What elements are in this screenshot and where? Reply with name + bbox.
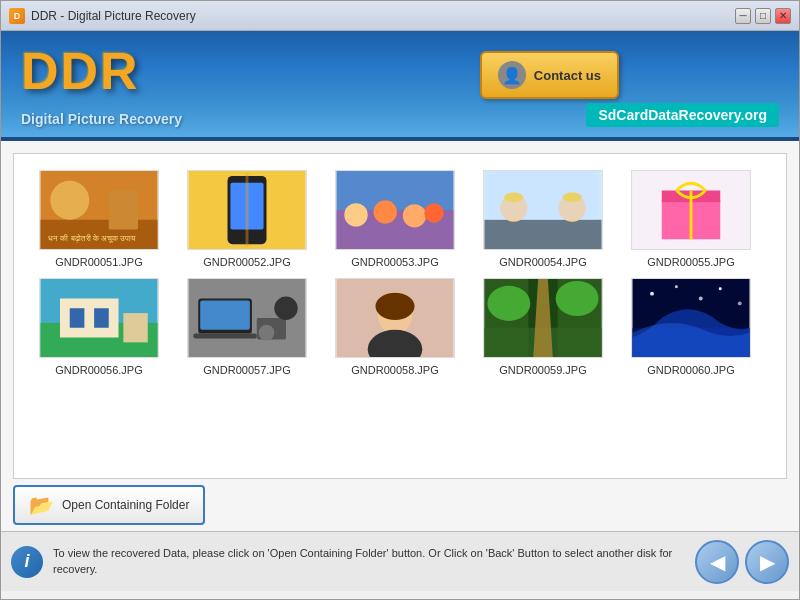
gallery-container[interactable]: धन की बढ़ोतरी के अचूक उपाय GNDR00051.JPG… [13, 153, 787, 479]
main-content: धन की बढ़ोतरी के अचूक उपाय GNDR00051.JPG… [1, 141, 799, 531]
gallery-item[interactable]: GNDR00054.JPG [474, 170, 612, 268]
svg-point-37 [274, 297, 297, 320]
thumbnail [335, 170, 455, 250]
thumbnail [335, 278, 455, 358]
svg-point-11 [344, 203, 367, 226]
status-bar: i To view the recovered Data, please cli… [1, 531, 799, 591]
bottom-buttons: 📂 Open Containing Folder [1, 479, 799, 531]
file-name: GNDR00054.JPG [499, 256, 586, 268]
svg-rect-30 [94, 308, 109, 328]
forward-icon: ▶ [760, 550, 775, 574]
svg-rect-31 [123, 313, 147, 342]
contact-button[interactable]: 👤 Contact us [480, 51, 619, 99]
svg-point-53 [699, 297, 703, 301]
maximize-button[interactable]: □ [755, 8, 771, 24]
file-name: GNDR00052.JPG [203, 256, 290, 268]
thumbnail: धन की बढ़ोतरी के अचूक उपाय [39, 170, 159, 250]
gallery-item[interactable]: GNDR00056.JPG [30, 278, 168, 376]
contact-icon: 👤 [498, 61, 526, 89]
back-icon: ◀ [710, 550, 725, 574]
svg-point-55 [738, 301, 742, 305]
gallery-item[interactable]: GNDR00060.JPG [622, 278, 760, 376]
gallery-item[interactable]: GNDR00055.JPG [622, 170, 760, 268]
gallery-item[interactable]: GNDR00058.JPG [326, 278, 464, 376]
open-folder-label: Open Containing Folder [62, 498, 189, 512]
forward-button[interactable]: ▶ [745, 540, 789, 584]
svg-point-42 [376, 293, 415, 320]
open-folder-button[interactable]: 📂 Open Containing Folder [13, 485, 205, 525]
svg-point-52 [675, 285, 678, 288]
back-button[interactable]: ◀ [695, 540, 739, 584]
file-name: GNDR00055.JPG [647, 256, 734, 268]
title-bar-left: D DDR - Digital Picture Recovery [9, 8, 196, 24]
title-bar-controls[interactable]: ─ □ ✕ [735, 8, 791, 24]
status-message: To view the recovered Data, please click… [53, 546, 685, 577]
header: DDR Digital Picture Recovery 👤 Contact u… [1, 31, 799, 141]
gallery-grid: धन की बढ़ोतरी के अचूक उपाय GNDR00051.JPG… [14, 154, 786, 392]
folder-icon: 📂 [29, 493, 54, 517]
thumbnail [631, 278, 751, 358]
svg-point-51 [650, 292, 654, 296]
svg-text:धन की बढ़ोतरी के अचूक उपाय: धन की बढ़ोतरी के अचूक उपाय [48, 233, 136, 243]
file-name: GNDR00060.JPG [647, 364, 734, 376]
nav-buttons[interactable]: ◀ ▶ [695, 540, 789, 584]
app-icon: D [9, 8, 25, 24]
app-subtitle: Digital Picture Recovery [21, 111, 182, 127]
minimize-button[interactable]: ─ [735, 8, 751, 24]
app-logo: DDR [21, 41, 140, 101]
svg-rect-16 [485, 220, 602, 249]
thumbnail [483, 278, 603, 358]
svg-rect-3 [109, 191, 138, 230]
svg-point-47 [487, 286, 530, 321]
thumbnail [187, 278, 307, 358]
thumbnail [483, 170, 603, 250]
thumbnail [187, 170, 307, 250]
svg-rect-34 [200, 300, 250, 329]
gallery-item[interactable]: धन की बढ़ोतरी के अचूक उपाय GNDR00051.JPG [30, 170, 168, 268]
svg-rect-35 [193, 334, 256, 339]
svg-rect-28 [60, 299, 119, 338]
thumbnail [631, 170, 751, 250]
svg-point-38 [259, 325, 275, 341]
window-title: DDR - Digital Picture Recovery [31, 9, 196, 23]
svg-point-13 [403, 204, 426, 227]
svg-point-2 [50, 181, 89, 220]
thumbnail [39, 278, 159, 358]
gallery-item[interactable]: GNDR00059.JPG [474, 278, 612, 376]
gallery-item[interactable]: GNDR00057.JPG [178, 278, 316, 376]
file-name: GNDR00056.JPG [55, 364, 142, 376]
title-bar: D DDR - Digital Picture Recovery ─ □ ✕ [1, 1, 799, 31]
file-name: GNDR00058.JPG [351, 364, 438, 376]
svg-rect-21 [489, 171, 596, 220]
svg-rect-29 [70, 308, 85, 328]
gallery-item[interactable]: GNDR00052.JPG [178, 170, 316, 268]
file-name: GNDR00057.JPG [203, 364, 290, 376]
contact-label: Contact us [534, 68, 601, 83]
svg-point-48 [556, 281, 599, 316]
svg-point-14 [424, 203, 444, 223]
svg-point-12 [374, 200, 397, 223]
website-badge: SdCardDataRecovery.org [586, 103, 779, 127]
file-name: GNDR00059.JPG [499, 364, 586, 376]
info-icon: i [11, 546, 43, 578]
gallery-item[interactable]: GNDR00053.JPG [326, 170, 464, 268]
file-name: GNDR00051.JPG [55, 256, 142, 268]
file-name: GNDR00053.JPG [351, 256, 438, 268]
close-button[interactable]: ✕ [775, 8, 791, 24]
svg-point-54 [719, 287, 722, 290]
